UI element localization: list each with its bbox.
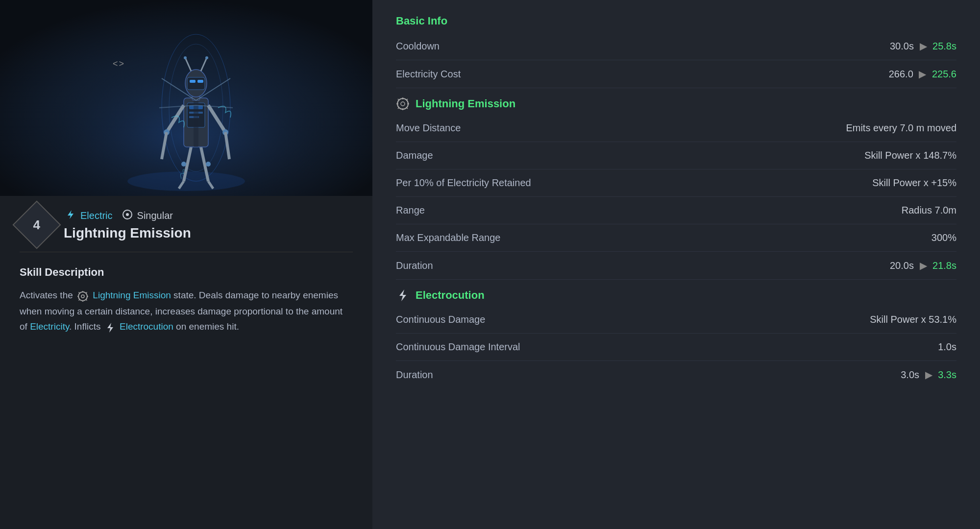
damage-value: Skill Power x 148.7% (864, 150, 956, 161)
elec-duration-row: Duration 3.0s ▶ 3.3s (396, 361, 956, 388)
damage-row: Damage Skill Power x 148.7% (396, 142, 956, 169)
electricity-cost-row: Electricity Cost 266.0 ▶ 225.6 (396, 60, 956, 88)
svg-rect-26 (190, 80, 196, 83)
desc-electricity-link: Electricity (30, 321, 69, 332)
left-panel: <> 4 Electric (0, 0, 372, 529)
move-distance-value: Emits every 7.0 m moved (846, 122, 956, 134)
svg-line-45 (79, 292, 80, 293)
desc-lightning-icon (105, 319, 116, 335)
character-preview: <> (0, 0, 372, 196)
cooldown-improved: 25.8s (932, 41, 956, 51)
svg-line-58 (406, 99, 408, 100)
cooldown-label: Cooldown (396, 41, 440, 52)
continuous-damage-label: Continuous Damage (396, 314, 485, 325)
move-distance-row: Move Distance Emits every 7.0 m moved (396, 115, 956, 142)
tag-electric: Electric (64, 209, 113, 222)
svg-line-47 (86, 292, 87, 293)
elec-duration-label: Duration (396, 369, 433, 381)
svg-marker-60 (399, 289, 406, 301)
per-10pct-row: Per 10% of Electricity Retained Skill Po… (396, 169, 956, 197)
lightning-emission-icon (396, 97, 410, 111)
desc-electrocution-link: Electrocution (120, 321, 173, 332)
range-row: Range Radius 7.0m (396, 197, 956, 224)
skill-description-text: Activates the Lightning Emission state. … (20, 288, 353, 335)
electric-icon (65, 209, 76, 222)
continuous-damage-value: Skill Power x 53.1% (870, 314, 956, 325)
skill-header: 4 Electric (0, 196, 372, 252)
preview-code-icon: <> (113, 59, 125, 69)
electricity-cost-label: Electricity Cost (396, 69, 461, 80)
svg-rect-27 (197, 80, 203, 83)
lightning-emission-subheader: Lightning Emission (396, 88, 956, 115)
skill-description-section: Skill Description Activates the Lightnin (0, 252, 372, 349)
svg-point-40 (81, 295, 84, 298)
skill-number: 4 (33, 217, 40, 233)
electrocution-subheader: Electrocution (396, 280, 956, 306)
elec-duration-value: 3.0s ▶ 3.3s (901, 369, 956, 381)
desc-emission-icon (77, 288, 89, 303)
skill-title-group: Electric Singular Lightning Emission (64, 209, 191, 241)
svg-line-56 (398, 99, 399, 100)
svg-rect-25 (187, 77, 205, 90)
basic-info-header: Basic Info (396, 8, 956, 32)
singular-label: Singular (137, 210, 173, 221)
cooldown-row: Cooldown 30.0s ▶ 25.8s (396, 32, 956, 60)
skill-number-badge: 4 (13, 201, 61, 249)
svg-point-38 (126, 213, 129, 216)
skill-name: Lightning Emission (64, 225, 191, 241)
electrocution-title: Electrocution (416, 289, 485, 302)
le-duration-base: 20.0s (890, 260, 914, 271)
basic-info-section: Basic Info Cooldown 30.0s ▶ 25.8s Electr… (372, 0, 980, 396)
le-duration-improved: 21.8s (932, 260, 956, 271)
singular-icon (122, 209, 133, 222)
le-duration-label: Duration (396, 260, 433, 271)
per-10pct-label: Per 10% of Electricity Retained (396, 177, 531, 189)
background-scene (0, 0, 372, 196)
max-range-value: 300% (931, 232, 956, 243)
svg-marker-36 (68, 210, 74, 219)
tag-singular: Singular (121, 209, 173, 222)
svg-line-59 (398, 107, 399, 109)
damage-label: Damage (396, 150, 433, 161)
skill-description-title: Skill Description (20, 266, 353, 279)
desc-lightning-emission-link: Lightning Emission (93, 290, 171, 300)
le-duration-value: 20.0s ▶ 21.8s (890, 260, 956, 271)
electrocution-icon (396, 289, 410, 302)
svg-point-51 (401, 102, 405, 106)
right-panel: Basic Info Cooldown 30.0s ▶ 25.8s Electr… (372, 0, 980, 529)
skill-tags: Electric Singular (64, 209, 191, 222)
lightning-emission-title: Lightning Emission (416, 97, 515, 110)
svg-point-7 (181, 162, 186, 167)
continuous-damage-row: Continuous Damage Skill Power x 53.1% (396, 306, 956, 334)
svg-line-57 (406, 107, 408, 109)
svg-point-30 (184, 56, 187, 59)
per-10pct-value: Skill Power x +15% (872, 177, 956, 189)
cooldown-value: 30.0s ▶ 25.8s (890, 40, 956, 52)
continuous-damage-interval-row: Continuous Damage Interval 1.0s (396, 334, 956, 361)
svg-point-39 (78, 292, 87, 301)
svg-marker-49 (107, 323, 113, 333)
max-range-label: Max Expandable Range (396, 232, 500, 243)
svg-line-46 (86, 300, 87, 301)
range-label: Range (396, 205, 425, 216)
svg-point-8 (206, 162, 211, 167)
svg-point-31 (205, 56, 208, 59)
max-range-row: Max Expandable Range 300% (396, 224, 956, 252)
electricity-cost-base: 266.0 (889, 69, 913, 79)
continuous-damage-interval-value: 1.0s (938, 341, 956, 353)
move-distance-label: Move Distance (396, 122, 461, 134)
range-value: Radius 7.0m (902, 205, 956, 216)
electric-label: Electric (80, 210, 113, 221)
electricity-cost-value: 266.0 ▶ 225.6 (889, 68, 956, 80)
cooldown-base: 30.0s (890, 41, 914, 51)
svg-line-48 (79, 300, 80, 301)
electricity-cost-improved: 225.6 (932, 69, 956, 79)
elec-duration-improved: 3.3s (938, 369, 956, 380)
elec-duration-base: 3.0s (901, 369, 919, 380)
duration-row: Duration 20.0s ▶ 21.8s (396, 252, 956, 280)
continuous-damage-interval-label: Continuous Damage Interval (396, 341, 520, 353)
